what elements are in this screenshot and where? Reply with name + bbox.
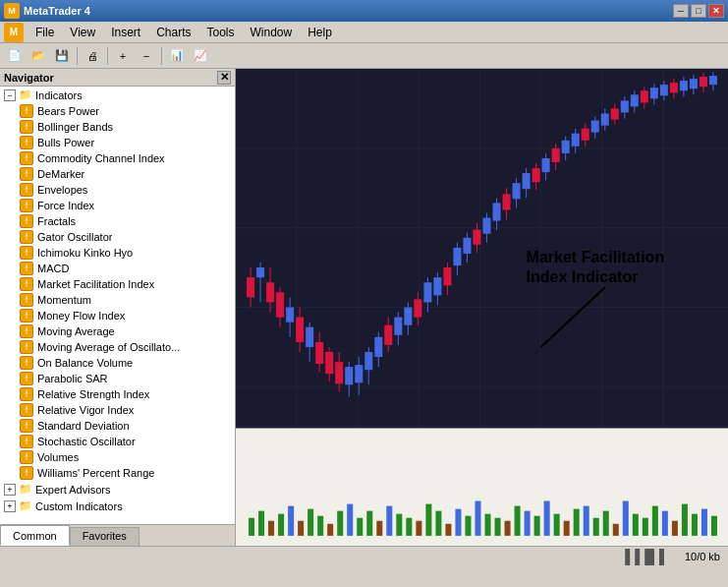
custom-indicators-header[interactable]: + 📁 Custom Indicators <box>0 498 235 514</box>
svg-rect-18 <box>266 282 274 302</box>
nav-item-cci[interactable]: f Commodity Channel Index <box>0 150 235 166</box>
nav-item-stochastic[interactable]: f Stochastic Oscillator <box>0 434 235 449</box>
svg-rect-132 <box>455 509 461 536</box>
menu-bar: M File View Insert Charts Tools Window H… <box>0 22 728 43</box>
toolbar-open[interactable]: 📂 <box>28 45 49 67</box>
svg-text:Index Indicator: Index Indicator <box>527 267 640 285</box>
toolbar-new[interactable]: 📄 <box>4 45 26 67</box>
item-label-stochastic: Stochastic Oscillator <box>37 436 136 447</box>
tab-favorites[interactable]: Favorites <box>70 527 140 546</box>
indicator-icon: f <box>20 120 33 134</box>
nav-item-envelopes[interactable]: f Envelopes <box>0 182 235 198</box>
nav-item-rvi[interactable]: f Relative Vigor Index <box>0 402 235 418</box>
svg-rect-36 <box>355 365 363 382</box>
item-label-gator: Gator Oscillator <box>37 231 112 243</box>
svg-rect-26 <box>306 327 313 347</box>
navigator-close-button[interactable]: ✕ <box>217 71 231 85</box>
nav-item-macd[interactable]: f MACD <box>0 261 235 276</box>
svg-rect-122 <box>357 518 363 536</box>
nav-item-rsi[interactable]: f Relative Strength Index <box>0 386 235 402</box>
svg-rect-135 <box>485 514 491 536</box>
nav-item-gator[interactable]: f Gator Oscillator <box>0 229 235 245</box>
ci-expand-icon[interactable]: + <box>4 500 16 512</box>
indicators-expand-icon[interactable]: − <box>4 89 16 101</box>
svg-rect-127 <box>406 518 412 536</box>
expert-advisors-header[interactable]: + 📁 Expert Advisors <box>0 481 235 498</box>
svg-rect-115 <box>288 506 294 536</box>
menu-file[interactable]: File <box>28 24 62 41</box>
nav-item-ma[interactable]: f Moving Average <box>0 323 235 339</box>
nav-item-bulls-power[interactable]: f Bulls Power <box>0 135 235 150</box>
indicator-icon: f <box>20 356 33 370</box>
svg-rect-54 <box>443 267 451 285</box>
chart-svg: Market Facilitation Index Indicator <box>236 69 728 546</box>
nav-item-demarker[interactable]: f DeMarker <box>0 166 235 182</box>
indicators-section-header[interactable]: − 📁 Indicators <box>0 87 235 103</box>
nav-item-ichimoku[interactable]: f Ichimoku Kinko Hyo <box>0 245 235 261</box>
menu-insert[interactable]: Insert <box>103 24 148 41</box>
nav-item-sar[interactable]: f Parabolic SAR <box>0 371 235 386</box>
svg-rect-134 <box>475 501 480 536</box>
indicator-icon: f <box>20 167 33 181</box>
indicator-icon: f <box>20 246 33 260</box>
item-label-mfi: Market Facilitation Index <box>37 278 154 290</box>
toolbar-zoom-in[interactable]: + <box>112 45 134 67</box>
nav-item-stddev[interactable]: f Standard Deviation <box>0 418 235 434</box>
navigator-panel: Navigator ✕ − 📁 Indicators f Bears Power <box>0 69 236 546</box>
nav-item-force-index[interactable]: f Force Index <box>0 198 235 213</box>
status-memory: 10/0 kb <box>685 551 720 562</box>
ci-folder-icon: 📁 <box>19 499 32 512</box>
svg-rect-56 <box>453 248 461 265</box>
menu-tools[interactable]: Tools <box>199 24 243 41</box>
navigator-header: Navigator ✕ <box>0 69 235 87</box>
svg-rect-117 <box>308 509 313 536</box>
nav-item-bollinger-bands[interactable]: f Bollinger Bands <box>0 119 235 135</box>
nav-item-obv[interactable]: f On Balance Volume <box>0 355 235 371</box>
toolbar-chart-bar[interactable]: 📊 <box>166 45 188 67</box>
svg-rect-108 <box>709 76 717 85</box>
menu-window[interactable]: Window <box>243 24 301 41</box>
svg-rect-28 <box>315 342 323 364</box>
svg-rect-106 <box>700 77 707 87</box>
close-button[interactable]: ✕ <box>708 4 724 18</box>
svg-rect-152 <box>652 506 658 536</box>
item-label-obv: On Balance Volume <box>37 357 133 369</box>
svg-rect-120 <box>337 511 343 536</box>
svg-rect-100 <box>670 83 678 92</box>
nav-item-money-flow[interactable]: f Money Flow Index <box>0 308 235 323</box>
svg-rect-141 <box>544 501 550 536</box>
tab-common[interactable]: Common <box>0 525 70 546</box>
ci-label: Custom Indicators <box>35 500 123 512</box>
window-title: MetaTrader 4 <box>24 5 90 17</box>
svg-rect-74 <box>542 158 550 172</box>
indicator-icon: f <box>20 435 33 448</box>
item-label-volumes: Volumes <box>37 451 79 463</box>
minimize-button[interactable]: ─ <box>673 4 689 18</box>
svg-rect-98 <box>660 85 668 95</box>
nav-item-wpr[interactable]: f Williams' Percent Range <box>0 465 235 481</box>
nav-item-bears-power[interactable]: f Bears Power <box>0 103 235 119</box>
maximize-button[interactable]: □ <box>691 4 706 18</box>
nav-item-maos[interactable]: f Moving Average of Oscillato... <box>0 339 235 355</box>
svg-rect-78 <box>562 141 570 153</box>
svg-rect-128 <box>416 521 421 536</box>
main-layout: Navigator ✕ − 📁 Indicators f Bears Power <box>0 69 728 546</box>
toolbar-print[interactable]: 🖨 <box>82 45 103 67</box>
ea-expand-icon[interactable]: + <box>4 484 16 496</box>
menu-help[interactable]: Help <box>300 24 340 41</box>
svg-rect-130 <box>435 511 441 536</box>
toolbar-line[interactable]: 📈 <box>190 45 211 67</box>
svg-rect-42 <box>384 325 392 345</box>
menu-view[interactable]: View <box>62 24 103 41</box>
svg-rect-22 <box>286 308 294 323</box>
toolbar-zoom-out[interactable]: − <box>136 45 157 67</box>
nav-item-momentum[interactable]: f Momentum <box>0 292 235 308</box>
title-bar: M MetaTrader 4 ─ □ ✕ <box>0 0 728 22</box>
indicator-icon: f <box>20 136 33 149</box>
nav-item-volumes[interactable]: f Volumes <box>0 449 235 465</box>
toolbar-save[interactable]: 💾 <box>51 45 73 67</box>
svg-rect-34 <box>345 367 353 384</box>
menu-charts[interactable]: Charts <box>148 24 198 41</box>
nav-item-fractals[interactable]: f Fractals <box>0 213 235 229</box>
nav-item-mfi[interactable]: f Market Facilitation Index <box>0 276 235 292</box>
